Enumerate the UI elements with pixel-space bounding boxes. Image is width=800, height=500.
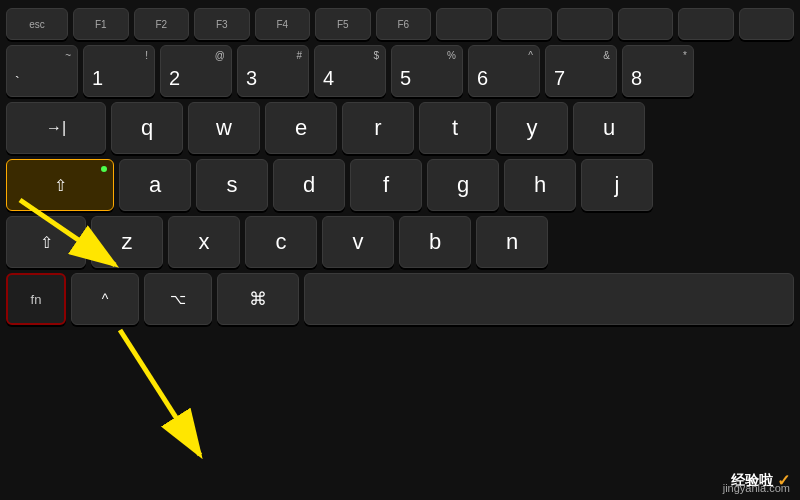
key-shift-left[interactable]: ⇧ xyxy=(6,216,86,268)
key-ctrl-label: ^ xyxy=(102,291,109,307)
key-a-label: a xyxy=(149,172,161,198)
zxcv-row: ⇧ z x c v b n xyxy=(6,216,794,268)
key-s[interactable]: s xyxy=(196,159,268,211)
key-tab[interactable]: →| xyxy=(6,102,106,154)
key-u-label: u xyxy=(603,115,615,141)
key-f11[interactable] xyxy=(678,8,734,40)
key-ctrl[interactable]: ^ xyxy=(71,273,139,325)
key-6-top: ^ xyxy=(528,50,533,61)
key-z[interactable]: z xyxy=(91,216,163,268)
asdf-row: ⇧ a s d f g h j xyxy=(6,159,794,211)
tab-symbol: →| xyxy=(46,119,66,137)
arrow-to-alt xyxy=(120,330,200,455)
key-e-label: e xyxy=(295,115,307,141)
key-1-main: 1 xyxy=(92,67,103,90)
key-space[interactable] xyxy=(304,273,794,325)
key-u[interactable]: u xyxy=(573,102,645,154)
key-2-top: @ xyxy=(215,50,225,61)
key-2-main: 2 xyxy=(169,67,180,90)
key-4[interactable]: $ 4 xyxy=(314,45,386,97)
key-esc[interactable]: esc xyxy=(6,8,68,40)
key-6-main: 6 xyxy=(477,67,488,90)
key-5-main: 5 xyxy=(400,67,411,90)
key-8-main: 8 xyxy=(631,67,642,90)
key-h[interactable]: h xyxy=(504,159,576,211)
key-t[interactable]: t xyxy=(419,102,491,154)
key-f4-label: F4 xyxy=(276,19,288,30)
key-4-main: 4 xyxy=(323,67,334,90)
key-f-label: f xyxy=(383,172,389,198)
key-x[interactable]: x xyxy=(168,216,240,268)
key-g-label: g xyxy=(457,172,469,198)
key-f1[interactable]: F1 xyxy=(73,8,129,40)
watermark-url: jingyanla.com xyxy=(723,482,790,494)
key-f2[interactable]: F2 xyxy=(134,8,190,40)
fn-row: esc F1 F2 F3 F4 F5 F6 F7 xyxy=(6,8,794,40)
key-f5[interactable]: F5 xyxy=(315,8,371,40)
key-f2-label: F2 xyxy=(155,19,167,30)
key-f12[interactable] xyxy=(739,8,795,40)
key-8[interactable]: * 8 xyxy=(622,45,694,97)
key-5[interactable]: % 5 xyxy=(391,45,463,97)
key-c-label: c xyxy=(276,229,287,255)
key-caps-lock[interactable]: ⇧ xyxy=(6,159,114,211)
key-v[interactable]: v xyxy=(322,216,394,268)
key-a[interactable]: a xyxy=(119,159,191,211)
key-c[interactable]: c xyxy=(245,216,317,268)
key-f7[interactable]: F7 xyxy=(436,8,492,40)
key-7-top: & xyxy=(603,50,610,61)
key-b-label: b xyxy=(429,229,441,255)
key-f3-label: F3 xyxy=(216,19,228,30)
key-w[interactable]: w xyxy=(188,102,260,154)
key-7-main: 7 xyxy=(554,67,565,90)
key-n[interactable]: n xyxy=(476,216,548,268)
key-7[interactable]: & 7 xyxy=(545,45,617,97)
key-y-label: y xyxy=(527,115,538,141)
key-j[interactable]: j xyxy=(581,159,653,211)
key-esc-label: esc xyxy=(29,19,45,30)
key-tilde[interactable]: ~ ` xyxy=(6,45,78,97)
key-f6[interactable]: F6 xyxy=(376,8,432,40)
key-tilde-top: ~ xyxy=(65,50,71,61)
key-w-label: w xyxy=(216,115,232,141)
key-8-top: * xyxy=(683,50,687,61)
number-row: ~ ` ! 1 @ 2 # 3 $ 4 % 5 ^ 6 & 7 xyxy=(6,45,794,97)
key-t-label: t xyxy=(452,115,458,141)
key-e[interactable]: e xyxy=(265,102,337,154)
key-y[interactable]: y xyxy=(496,102,568,154)
key-g[interactable]: g xyxy=(427,159,499,211)
keyboard-container: esc F1 F2 F3 F4 F5 F6 F7 xyxy=(0,0,800,500)
key-fn[interactable]: fn xyxy=(6,273,66,325)
key-6[interactable]: ^ 6 xyxy=(468,45,540,97)
key-2[interactable]: @ 2 xyxy=(160,45,232,97)
key-x-label: x xyxy=(199,229,210,255)
key-f8[interactable] xyxy=(497,8,553,40)
key-cmd-label: ⌘ xyxy=(249,288,267,310)
key-f4[interactable]: F4 xyxy=(255,8,311,40)
key-q[interactable]: q xyxy=(111,102,183,154)
key-b[interactable]: b xyxy=(399,216,471,268)
key-1[interactable]: ! 1 xyxy=(83,45,155,97)
key-v-label: v xyxy=(353,229,364,255)
key-f6-label: F6 xyxy=(397,19,409,30)
key-f9[interactable] xyxy=(557,8,613,40)
key-cmd-left[interactable]: ⌘ xyxy=(217,273,299,325)
key-f3[interactable]: F3 xyxy=(194,8,250,40)
caps-lock-indicator xyxy=(101,166,107,172)
key-3-main: 3 xyxy=(246,67,257,90)
key-f10[interactable] xyxy=(618,8,674,40)
key-f5-label: F5 xyxy=(337,19,349,30)
key-j-label: j xyxy=(615,172,620,198)
key-d[interactable]: d xyxy=(273,159,345,211)
key-z-label: z xyxy=(122,229,133,255)
key-1-top: ! xyxy=(145,50,148,61)
key-3[interactable]: # 3 xyxy=(237,45,309,97)
key-n-label: n xyxy=(506,229,518,255)
key-f[interactable]: f xyxy=(350,159,422,211)
key-5-top: % xyxy=(447,50,456,61)
qwerty-row: →| q w e r t y u xyxy=(6,102,794,154)
key-r[interactable]: r xyxy=(342,102,414,154)
key-alt[interactable]: ⌥ xyxy=(144,273,212,325)
key-h-label: h xyxy=(534,172,546,198)
key-f1-label: F1 xyxy=(95,19,107,30)
